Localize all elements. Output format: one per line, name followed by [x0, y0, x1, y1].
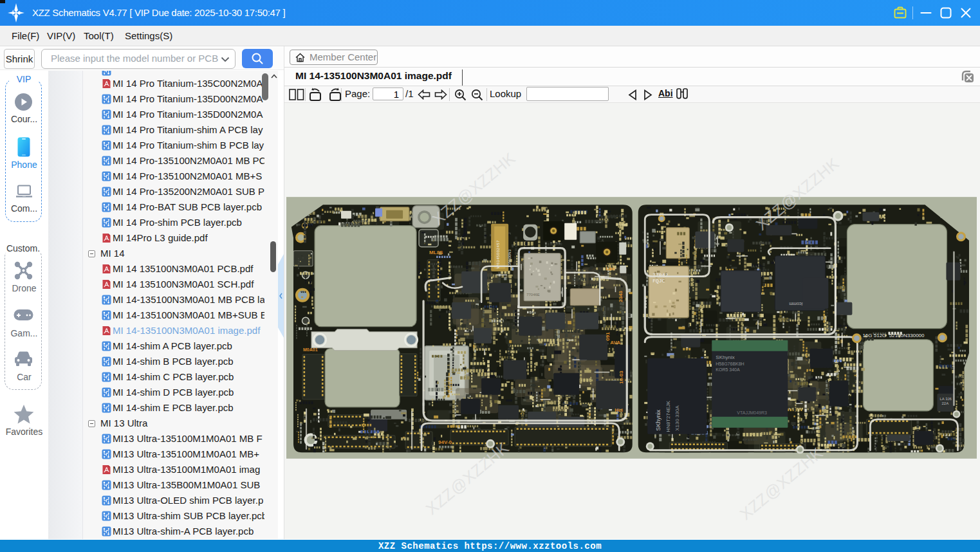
- svg-text:KOR5 340A: KOR5 340A: [716, 367, 740, 372]
- svg-text:AVA: AVA: [610, 340, 620, 345]
- svg-text:77046E: 77046E: [526, 293, 540, 297]
- svg-text:H58G76BK8H: H58G76BK8H: [716, 362, 744, 366]
- svg-text:SKhynix: SKhynix: [655, 409, 661, 431]
- svg-text:16G 512G 52100N330000: 16G 512G 52100N330000: [862, 333, 925, 338]
- svg-text:SKhynix: SKhynix: [716, 354, 734, 360]
- svg-text:VTAJJM049R3: VTAJJM049R3: [737, 410, 767, 415]
- svg-text:2343: 2343: [618, 290, 624, 302]
- svg-text:M0A01: M0A01: [303, 347, 318, 352]
- svg-text:94V-0: 94V-0: [438, 439, 452, 445]
- svg-text:ML8S: ML8S: [429, 250, 443, 255]
- svg-text:HN8T274EJK: HN8T274EJK: [665, 400, 671, 432]
- svg-text:W6345002457: W6345002457: [496, 240, 500, 269]
- svg-text:Hei: Hei: [615, 407, 622, 413]
- svg-text:X130 330A: X130 330A: [674, 405, 680, 431]
- svg-text:FQJC: FQJC: [652, 278, 665, 284]
- svg-text:LA 3J6: LA 3J6: [939, 397, 952, 401]
- svg-text:10-03: 10-03: [618, 371, 624, 384]
- svg-text:Lan: Lan: [606, 266, 615, 271]
- svg-text:135100N3: 135100N3: [508, 249, 512, 267]
- svg-text:22A: 22A: [941, 401, 948, 405]
